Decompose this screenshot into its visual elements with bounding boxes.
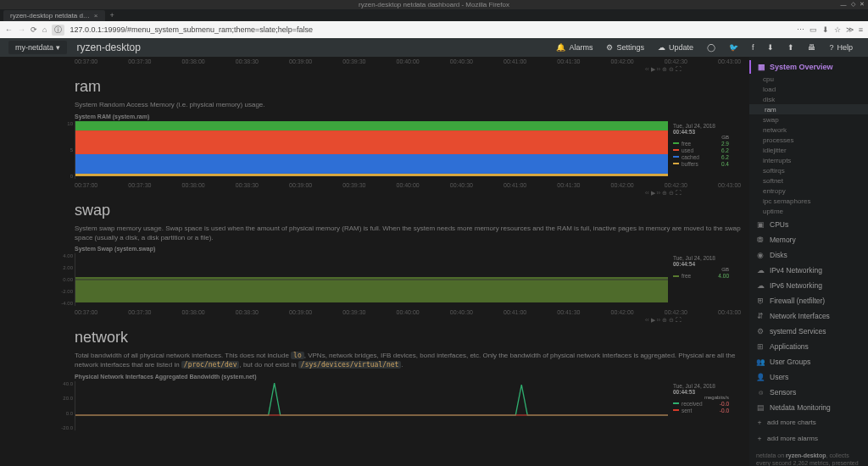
sidebar-major-systemd-services[interactable]: ⚙systemd Services [749, 325, 868, 338]
sidebar-item-processes[interactable]: processes [749, 135, 868, 145]
dashboard-icon: ▦ [758, 63, 765, 71]
pocket-icon[interactable]: ⬇ [822, 25, 829, 34]
section-icon: ⌾ [756, 388, 765, 397]
sidebar-item-disk[interactable]: disk [749, 94, 868, 104]
settings-button[interactable]: ⚙Settings [599, 43, 651, 52]
timeline-row: 00:37:0000:37:3000:38:0000:38:3000:39:00… [34, 180, 749, 190]
chart-controls[interactable]: ‹‹ ▶ ›› ⊕ ⊖ ⛶ [34, 190, 749, 197]
nav-back-icon[interactable]: ← [5, 25, 13, 34]
update-button[interactable]: ☁Update [651, 43, 700, 52]
sidebar-major-applications[interactable]: ⊞Applications [749, 340, 868, 353]
section-icon: 👤 [756, 373, 765, 381]
sidebar-item-softirqs[interactable]: softirqs [749, 165, 868, 175]
bell-icon: 🔔 [556, 43, 565, 52]
timeline-row: 00:37:0000:37:3000:38:0000:38:3000:39:00… [34, 308, 749, 317]
host-name: ryzen-desktop [77, 42, 141, 53]
app-topbar: my-netdata ▾ ryzen-desktop 🔔Alarms ⚙Sett… [0, 38, 868, 57]
bookmark-icon[interactable]: ☆ [834, 25, 841, 34]
sidebar-major-user-groups[interactable]: 👥User Groups [749, 355, 868, 369]
section-title-network: network [75, 329, 749, 347]
svg-rect-4 [75, 277, 668, 302]
chart-controls[interactable]: ‹‹ ▶ ›› ⊕ ⊖ ⛶ [34, 66, 749, 73]
section-icon: ⛃ [756, 236, 765, 244]
browser-tab-strip: ryzen-desktop netdata d… × + [0, 9, 868, 21]
section-title-swap: swap [75, 202, 749, 219]
help-button[interactable]: ?Help [822, 43, 860, 52]
sidebar-item-softnet[interactable]: softnet [749, 175, 868, 186]
reload-icon[interactable]: ⟳ [31, 25, 37, 34]
sidebar-item-load[interactable]: load [749, 84, 868, 94]
section-icon: ▣ [756, 220, 765, 229]
window-maximize-icon[interactable]: ◇ [849, 1, 856, 8]
sidebar-major-network-interfaces[interactable]: ⇵Network Interfaces [749, 309, 868, 323]
chart-subtitle-swap: System Swap (system.swap) [75, 246, 749, 252]
sidebar-major-netdata-monitoring[interactable]: ▤Netdata Monitoring [749, 401, 868, 414]
legend-swap: Tue, Jul 24, 2018 00:44:54 GB free4.00 [668, 253, 729, 306]
sidebar-item-swap[interactable]: swap [749, 114, 868, 125]
section-desc-ram: System Random Access Memory (i.e. physic… [75, 101, 744, 110]
sidebar-item-cpu[interactable]: cpu [749, 74, 868, 84]
nav-forward-icon[interactable]: → [18, 25, 25, 34]
sidebar-overview[interactable]: ▦ System Overview [749, 60, 868, 74]
download-icon[interactable]: ⬇ [760, 43, 781, 52]
browser-toolbar: ← → ⟳ ⌂ ⓘ 127.0.0.1:19999/#menu_system_s… [0, 21, 868, 38]
section-title-ram: ram [75, 78, 749, 96]
tab-close-icon[interactable]: × [94, 12, 98, 19]
alarms-button[interactable]: 🔔Alarms [549, 43, 599, 52]
yaxis-swap: 4.002.000.00-2.00-4.00 [64, 253, 75, 306]
sidebar-item-uptime[interactable]: uptime [749, 206, 868, 216]
info-icon[interactable]: ⓘ [52, 25, 64, 36]
menu-icon[interactable]: ≡ [859, 25, 863, 34]
sidebar-major-sensors[interactable]: ⌾Sensors [749, 386, 868, 399]
url-field[interactable]: 127.0.0.1:19999/#menu_system_submenu_ram… [70, 25, 791, 34]
ram-chart[interactable] [75, 121, 668, 179]
timeline-row: 00:37:0000:37:3000:38:0000:38:3000:39:00… [34, 57, 749, 66]
section-icon: 👥 [756, 358, 765, 366]
home-icon[interactable]: ⌂ [42, 25, 47, 34]
twitter-icon[interactable]: 🐦 [722, 43, 745, 52]
browser-tab[interactable]: ryzen-desktop netdata d… × [3, 10, 105, 21]
add-more-alarms[interactable]: ＋add more alarms [749, 430, 868, 447]
chart-controls[interactable]: ‹‹ ▶ ›› ⊕ ⊖ ⛶ [34, 317, 749, 324]
new-tab-button[interactable]: + [105, 9, 120, 21]
yaxis-network: 40.020.00.0-20.0 [64, 381, 75, 430]
sidebar-major-firewall-netfilter-[interactable]: ⛨Firewall (netfilter) [749, 294, 868, 308]
upload-icon[interactable]: ⬆ [781, 43, 801, 52]
sidebar-item-ipc-semaphores[interactable]: ipc semaphores [749, 196, 868, 206]
network-chart[interactable] [75, 381, 668, 430]
sidebar-major-users[interactable]: 👤Users [749, 370, 868, 384]
svg-rect-3 [75, 121, 668, 130]
tab-title: ryzen-desktop netdata d… [10, 12, 90, 19]
sidebar: ▦ System Overview cpuloaddiskramswapnetw… [749, 57, 868, 466]
legend-ram: Tue, Jul 24, 2018 00:44:53 GB free2.9 us… [668, 121, 729, 179]
sidebar-item-idlejitter[interactable]: idlejitter [749, 145, 868, 155]
window-titlebar: ryzen-desktop netdata dashboard - Mozill… [0, 0, 868, 9]
cloud-download-icon: ☁ [658, 43, 665, 52]
more-icon[interactable]: ⋯ [797, 25, 804, 34]
gear-icon: ⚙ [606, 43, 613, 52]
sidebar-icon[interactable]: ≫ [846, 25, 854, 34]
section-icon: ☁ [756, 281, 765, 290]
sidebar-item-network[interactable]: network [749, 125, 868, 135]
sidebar-major-memory[interactable]: ⛃Memory [749, 233, 868, 247]
code-lo: lo [291, 352, 304, 359]
sidebar-major-ipv6-networking[interactable]: ☁IPv6 Networking [749, 279, 868, 292]
swap-chart[interactable] [75, 253, 668, 306]
legend-network: Tue, Jul 24, 2018 00:44:53 megabits/s re… [668, 381, 729, 430]
window-minimize-icon[interactable]: — [840, 1, 847, 8]
my-netdata-dropdown[interactable]: my-netdata ▾ [8, 41, 67, 54]
sidebar-major-cpus[interactable]: ▣CPUs [749, 218, 868, 231]
sidebar-major-ipv4-networking[interactable]: ☁IPv4 Networking [749, 264, 868, 277]
add-more-charts[interactable]: ＋add more charts [749, 414, 868, 430]
window-close-icon[interactable]: ✕ [859, 1, 865, 8]
svg-rect-0 [75, 174, 668, 176]
sidebar-item-entropy[interactable]: entropy [749, 186, 868, 196]
sidebar-major-disks[interactable]: ◉Disks [749, 248, 868, 262]
sidebar-item-interrupts[interactable]: interrupts [749, 155, 868, 165]
print-icon[interactable]: 🖶 [801, 43, 822, 52]
github-icon[interactable]: ◯ [700, 43, 722, 52]
chart-subtitle-network: Physical Network Interfaces Aggregated B… [75, 374, 749, 380]
facebook-icon[interactable]: f [745, 43, 761, 52]
reader-icon[interactable]: ▭ [810, 25, 817, 34]
sidebar-item-ram[interactable]: ram [749, 104, 868, 114]
